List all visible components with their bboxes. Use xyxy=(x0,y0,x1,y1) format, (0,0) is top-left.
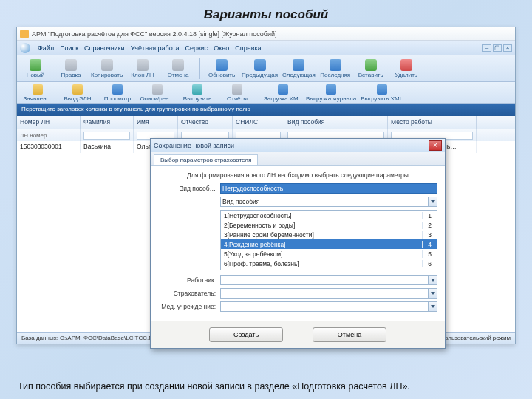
modal-close-button[interactable]: × xyxy=(429,140,442,151)
min-button[interactable]: – xyxy=(482,44,491,52)
chevron-down-icon[interactable] xyxy=(428,289,437,298)
filter-input[interactable] xyxy=(83,132,130,140)
close-button[interactable]: × xyxy=(503,44,512,52)
list-item[interactable]: 3[Ранние сроки беременности]3 xyxy=(221,230,437,239)
toolbar-icon xyxy=(278,84,288,95)
toolbar-btn-label: Выгрузить XML xyxy=(361,95,403,102)
cancel-button[interactable]: Отмена xyxy=(313,327,386,342)
toolbar-btn-label: Правка xyxy=(61,72,81,78)
max-button[interactable]: ▢ xyxy=(493,44,502,52)
toolbar-btn-выгрузитьxml[interactable]: Выгрузить XML xyxy=(361,84,403,102)
toolbar-btn-обновить[interactable]: Обновить xyxy=(206,59,237,78)
app-orb-icon[interactable] xyxy=(20,43,30,53)
col-header[interactable]: Фамилия xyxy=(81,116,134,129)
toolbar-icon xyxy=(326,84,336,95)
list-item[interactable]: 6[Проф. травма, болезнь]6 xyxy=(221,259,437,268)
toolbar-btn-label: Предыдущая xyxy=(242,72,278,78)
list-item-text: 4[Рождение ребёнка] xyxy=(221,241,422,248)
toolbar-icon xyxy=(65,59,77,71)
list-item[interactable]: 1[Нетрудоспособность]1 xyxy=(221,211,437,220)
app-window: АРМ "Подготовка расчётов для ФСС" версия… xyxy=(16,27,516,344)
modal-hint: Для формирования нового ЛН необходимо вы… xyxy=(158,171,437,179)
modal-tab[interactable]: Выбор параметров страхователя xyxy=(154,154,258,165)
col-header[interactable]: СНИЛС xyxy=(233,116,284,129)
col-header[interactable]: Вид пособия xyxy=(284,116,388,129)
chevron-down-icon[interactable] xyxy=(428,302,437,311)
list-item-num: 5 xyxy=(422,250,437,258)
field-strah[interactable] xyxy=(220,288,437,299)
toolbar-btn-label: Новый xyxy=(27,72,45,78)
toolbar-icon xyxy=(377,84,387,95)
toolbar-btn-выгрузкажурнала[interactable]: Выгрузка журнала xyxy=(306,84,356,102)
toolbar-btn-последняя[interactable]: Последняя xyxy=(320,59,351,78)
toolbar-btn-удалить[interactable]: Удалить xyxy=(391,59,422,78)
chevron-down-icon[interactable] xyxy=(428,276,437,284)
list-item[interactable]: 4[Рождение ребёнка]4 xyxy=(221,239,437,249)
col-header[interactable]: Отчество xyxy=(178,116,233,129)
field-rabotnik[interactable] xyxy=(220,275,437,285)
field-vid-dropdown[interactable]: Вид пособия xyxy=(220,197,437,207)
toolbar-icon xyxy=(365,59,377,71)
toolbar-btn-отмена[interactable]: Отмена xyxy=(163,59,194,78)
list-item-num: 3 xyxy=(422,231,437,239)
toolbar-icon xyxy=(172,59,184,71)
field-vid-value: Нетрудоспособность xyxy=(222,185,283,192)
window-titlebar: АРМ "Подготовка расчётов для ФСС" версия… xyxy=(17,27,515,41)
menu-search[interactable]: Поиск xyxy=(60,44,78,52)
toolbar-icon xyxy=(33,84,43,95)
toolbar-icon xyxy=(192,84,202,95)
menu-help[interactable]: Справка xyxy=(235,44,261,52)
toolbar-btn-клонлн[interactable]: Клон ЛН xyxy=(127,59,158,78)
menu-file[interactable]: Файл xyxy=(38,44,54,52)
toolbar-btn-отчты[interactable]: Отчёты xyxy=(219,84,255,102)
menu-service[interactable]: Сервис xyxy=(185,44,208,52)
toolbar-icon xyxy=(254,59,266,71)
list-item-text: 6[Проф. травма, болезнь] xyxy=(221,260,422,267)
list-item-text: 1[Нетрудоспособность] xyxy=(221,212,422,219)
toolbar-btn-новый[interactable]: Новый xyxy=(20,59,51,78)
field-vid-highlight[interactable]: Нетрудоспособность xyxy=(220,183,437,194)
toolbar-btn-вставить[interactable]: Вставить xyxy=(355,59,386,78)
field-med[interactable] xyxy=(220,301,437,312)
toolbar-btn-предыдущая[interactable]: Предыдущая xyxy=(242,59,278,78)
toolbar-main: НовыйПравкаКопироватьКлон ЛНОтменаОбнови… xyxy=(17,55,515,82)
slide-caption: Тип пособия выбирается при создании ново… xyxy=(18,381,514,393)
toolbar-btn-копировать[interactable]: Копировать xyxy=(91,59,123,78)
list-item[interactable]: 2[Беременность и роды]2 xyxy=(221,220,437,230)
label-med: Мед. учрежде ние: xyxy=(158,303,216,310)
toolbar-icon xyxy=(330,59,341,71)
modal-buttons: Создать Отмена xyxy=(151,321,445,348)
menu-work[interactable]: Учётная работа xyxy=(131,44,180,52)
toolbar-btn-выгрузить[interactable]: Выгрузить xyxy=(180,84,215,102)
toolbar-btn-следующая[interactable]: Следующая xyxy=(282,59,316,78)
toolbar-btn-правка[interactable]: Правка xyxy=(55,59,86,78)
col-header[interactable]: Имя xyxy=(134,116,178,129)
menu-ref[interactable]: Справочники xyxy=(84,44,125,52)
menu-window[interactable]: Окно xyxy=(214,44,229,52)
toolbar-btn-просмотр[interactable]: Просмотр xyxy=(100,84,135,102)
toolbar-btn-label: Последняя xyxy=(320,72,350,78)
list-item[interactable]: 5[Уход за ребёнком]5 xyxy=(221,249,437,259)
listbox-vid[interactable]: 1[Нетрудоспособность]12[Беременность и р… xyxy=(220,210,437,270)
toolbar-btn-описирее[interactable]: Описи/рее… xyxy=(140,84,175,102)
toolbar-btn-заявлен[interactable]: Заявлен… xyxy=(20,84,55,102)
toolbar-btn-вводэлн[interactable]: Ввод ЭЛН xyxy=(60,84,95,102)
label-rabotnik: Работник: xyxy=(158,276,216,284)
create-button[interactable]: Создать xyxy=(209,327,283,342)
toolbar-btn-label: Выгрузка журнала xyxy=(306,95,356,102)
toolbar-btn-label: Выгрузить xyxy=(183,95,211,102)
toolbar-icon xyxy=(232,84,242,95)
col-header[interactable]: Номер ЛН xyxy=(17,116,81,129)
toolbar-btn-label: Клон ЛН xyxy=(131,72,154,78)
toolbar-secondary: Заявлен…Ввод ЭЛНПросмотрОписи/рее…Выгруз… xyxy=(17,82,515,104)
toolbar-btn-label: Копировать xyxy=(91,72,123,78)
cell: Васькина xyxy=(81,141,134,153)
list-item-num: 1 xyxy=(422,212,437,219)
label-vid: Вид пособ… xyxy=(158,185,216,192)
col-header[interactable]: Место работы xyxy=(388,116,477,129)
toolbar-btn-загрузкаxml[interactable]: Загрузка XML xyxy=(264,84,301,102)
slide-title: Варианты пособий xyxy=(0,0,532,27)
chevron-down-icon[interactable] xyxy=(428,197,437,206)
label-strah: Страхователь: xyxy=(158,290,216,297)
app-icon xyxy=(20,30,29,38)
